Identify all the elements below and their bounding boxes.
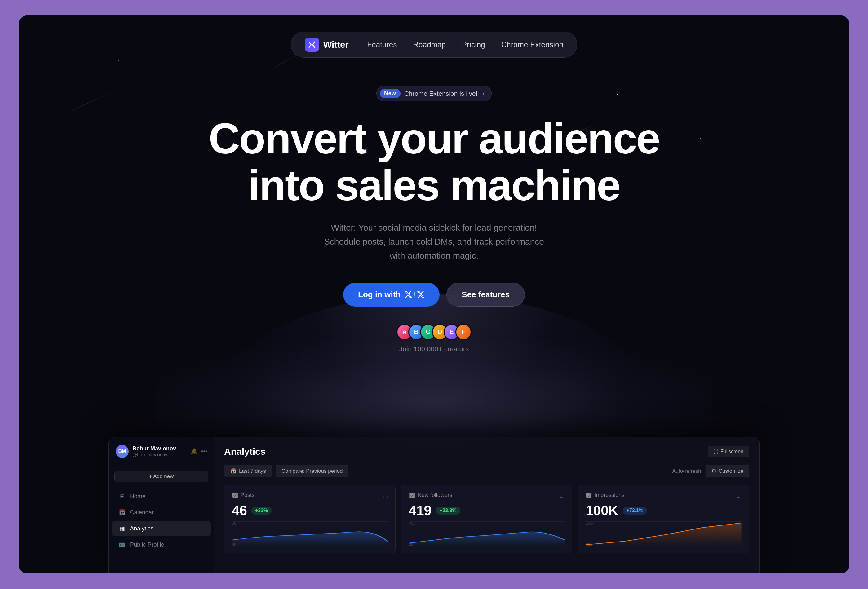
nav-link-pricing[interactable]: Pricing — [462, 40, 485, 49]
calendar-icon: 📅 — [119, 509, 125, 516]
date-range-label: Last 7 days — [239, 468, 266, 474]
filters-right: Auto-refresh ⚙ Customize — [672, 465, 749, 477]
date-range-filter[interactable]: 📅 Last 7 days — [224, 465, 272, 477]
analytics-header: Analytics ⛶ Fullscreen — [224, 446, 749, 457]
posts-card-header: 📈 Posts ⬚ — [232, 492, 388, 499]
avatar-group: A B C D E F — [397, 324, 471, 340]
avatar-6: F — [455, 324, 471, 340]
notification-icon[interactable]: 🔔 — [190, 448, 198, 455]
impressions-card-header: 📈 Impressions ⬚ — [586, 492, 741, 499]
sidebar-item-analytics[interactable]: ▦ Analytics — [112, 521, 211, 536]
metric-card-followers: 📈 New followers ⬚ 419 +23.3% 450 — [401, 485, 573, 554]
posts-badge: +33% — [251, 506, 272, 515]
followers-grid-label-bottom: 350 — [409, 542, 416, 547]
header-actions: ⛶ Fullscreen — [708, 446, 749, 457]
followers-chart: 450 350 — [409, 521, 565, 546]
hero-section: New Chrome Extension is live! › Convert … — [19, 58, 849, 353]
fullscreen-button[interactable]: ⛶ Fullscreen — [708, 446, 749, 457]
impressions-label: 📈 Impressions — [586, 492, 624, 499]
impressions-value: 100K +72.1% — [586, 503, 741, 518]
announcement-badge[interactable]: New Chrome Extension is live! › — [376, 86, 492, 101]
more-options-icon[interactable]: ••• — [201, 448, 207, 455]
auto-refresh-label: Auto-refresh — [672, 468, 701, 474]
see-features-button[interactable]: See features — [446, 283, 525, 307]
nav-link-chrome-extension[interactable]: Chrome Extension — [501, 40, 564, 49]
sidebar-item-calendar-label: Calendar — [130, 509, 154, 516]
impressions-chart: 100k 80k — [586, 521, 741, 546]
customize-button[interactable]: ⚙ Customize — [706, 465, 749, 477]
nav-link-features[interactable]: Features — [367, 40, 397, 49]
posts-export-icon[interactable]: ⬚ — [383, 492, 388, 498]
metric-card-posts: 📈 Posts ⬚ 46 +33% 50 — [224, 485, 396, 554]
followers-export-icon[interactable]: ⬚ — [560, 492, 564, 498]
posts-label: 📈 Posts — [232, 492, 254, 499]
social-proof-text: Join 100,000+ creators — [399, 345, 469, 353]
hero-buttons: Log in with / See features — [343, 283, 525, 307]
nav-link-roadmap[interactable]: Roadmap — [413, 40, 446, 49]
impressions-number: 100K — [586, 503, 618, 518]
fullscreen-icon: ⛶ — [714, 449, 718, 454]
followers-card-header: 📈 New followers ⬚ — [409, 492, 565, 499]
followers-label-text: New followers — [418, 492, 452, 499]
profile-icon: 🪪 — [119, 541, 125, 548]
nav-logo[interactable]: Witter — [305, 37, 349, 52]
nav-logo-text: Witter — [323, 39, 349, 50]
posts-grid-label-top: 50 — [232, 521, 236, 526]
hero-title-line1: Convert your audience — [209, 114, 659, 163]
add-new-button[interactable]: + Add new — [114, 471, 208, 482]
hero-subtitle: Witter: Your social media sidekick for l… — [319, 221, 549, 263]
sidebar-item-calendar[interactable]: 📅 Calendar — [112, 505, 211, 520]
followers-grid-label-top: 450 — [409, 521, 416, 526]
badge-text: Chrome Extension is live! — [404, 90, 478, 97]
analytics-title: Analytics — [224, 446, 265, 457]
impressions-export-icon[interactable]: ⬚ — [737, 492, 741, 498]
posts-value: 46 +33% — [232, 503, 388, 518]
posts-grid-label-bottom: 40 — [232, 542, 236, 547]
impressions-label-text: Impressions — [594, 492, 624, 499]
sidebar-item-public-profile[interactable]: 🪪 Public Profile — [112, 537, 211, 552]
impressions-chart-svg — [586, 521, 741, 546]
metric-cards: 📈 Posts ⬚ 46 +33% 50 — [224, 485, 749, 554]
metric-card-impressions: 📈 Impressions ⬚ 100K +72.1% 100k — [578, 485, 749, 554]
posts-grid-top — [232, 521, 388, 522]
impressions-grid-label-top: 100k — [586, 521, 594, 526]
sidebar-item-home[interactable]: ⊞ Home — [112, 489, 211, 504]
home-icon: ⊞ — [119, 493, 125, 500]
twitter-x-icons: / — [404, 291, 425, 298]
dashboard-card: BM Bobur Mavlonov @bob_mavlonov 🔔 ••• + … — [108, 437, 760, 574]
dashboard-user: BM Bobur Mavlonov @bob_mavlonov 🔔 ••• — [109, 445, 214, 465]
sidebar-item-profile-label: Public Profile — [130, 541, 164, 548]
fullscreen-label: Fullscreen — [720, 449, 743, 455]
user-name: Bobur Mavlonov — [132, 446, 176, 452]
compare-filter[interactable]: Compare: Previous period — [276, 465, 348, 477]
followers-value: 419 +23.3% — [409, 503, 565, 518]
customize-icon: ⚙ — [712, 468, 716, 474]
compare-label: Compare: Previous period — [282, 468, 342, 474]
sidebar-item-home-label: Home — [130, 493, 146, 500]
login-button[interactable]: Log in with / — [343, 283, 440, 307]
hero-title-line2: into sales machine — [248, 161, 620, 210]
filters-left: 📅 Last 7 days Compare: Previous period — [224, 465, 348, 477]
user-info: BM Bobur Mavlonov @bob_mavlonov — [116, 445, 176, 458]
login-button-text: Log in with — [358, 290, 400, 300]
dashboard-sidebar: BM Bobur Mavlonov @bob_mavlonov 🔔 ••• + … — [109, 437, 214, 573]
posts-label-text: Posts — [241, 492, 254, 499]
analytics-icon: ▦ — [119, 525, 125, 532]
browser-window: Witter Features Roadmap Pricing Chrome E… — [19, 16, 849, 574]
nav-inner: Witter Features Roadmap Pricing Chrome E… — [291, 32, 577, 58]
user-handle: @bob_mavlonov — [132, 452, 176, 457]
user-avatar: BM — [116, 445, 128, 458]
posts-chart-svg — [232, 521, 388, 546]
impressions-grid-label-bottom: 80k — [586, 542, 592, 547]
logo-icon — [305, 37, 319, 52]
calendar-small-icon: 📅 — [230, 468, 236, 474]
hero-title: Convert your audience into sales machine — [209, 115, 659, 209]
user-action-icons: 🔔 ••• — [190, 448, 207, 455]
posts-chart: 50 40 — [232, 521, 388, 546]
posts-chart-icon: 📈 — [232, 492, 238, 498]
dashboard-main: Analytics ⛶ Fullscreen 📅 Last 7 days — [214, 437, 759, 573]
dashboard-preview: BM Bobur Mavlonov @bob_mavlonov 🔔 ••• + … — [108, 437, 760, 574]
posts-number: 46 — [232, 503, 247, 518]
badge-arrow-icon: › — [483, 90, 484, 97]
followers-chart-svg — [409, 521, 565, 546]
